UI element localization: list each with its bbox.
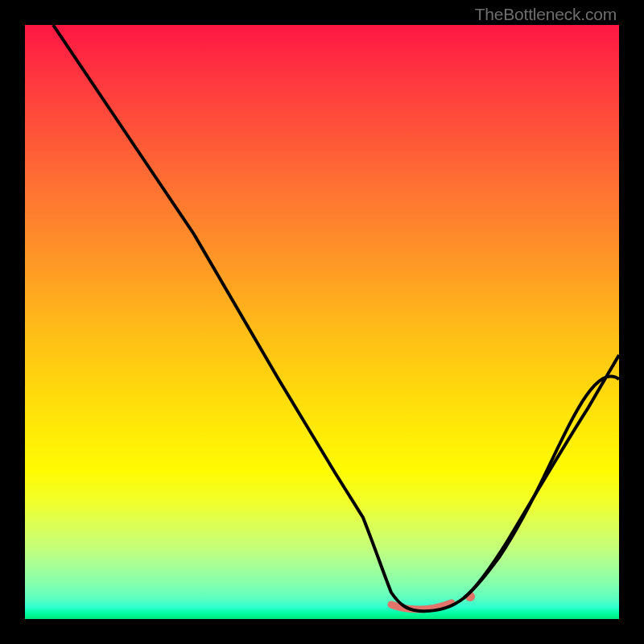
plot-area: [25, 25, 619, 619]
bottleneck-curve: [53, 25, 619, 611]
curve-svg: [25, 25, 619, 619]
bottleneck-curve-right: [464, 355, 619, 598]
chart-frame: TheBottleneck.com: [0, 0, 644, 644]
attribution-text: TheBottleneck.com: [475, 5, 617, 24]
